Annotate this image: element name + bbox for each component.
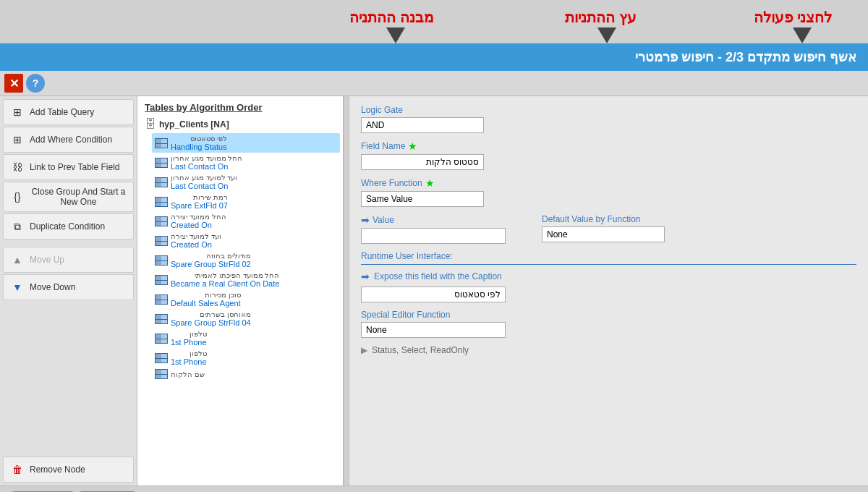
- play-icon: ▶: [361, 345, 367, 355]
- tree-root[interactable]: 🗄 hyp_Clients [NA]: [140, 116, 340, 133]
- tree-row[interactable]: סוכן מכירות Default Sales Agent: [152, 289, 340, 309]
- move-up-icon: ▲: [9, 252, 25, 268]
- tree-item-english-4: Created On: [171, 221, 226, 229]
- tree-item-hebrew-10: טלפון: [171, 330, 207, 338]
- tree-row[interactable]: ועד למועד יצירה Created On: [152, 231, 340, 250]
- tree-item-hebrew-5: ועד למועד יצירה: [171, 232, 221, 240]
- expose-row[interactable]: ➡ Expose this field with the Caption: [361, 271, 856, 282]
- arrow-middle-left-indicator: [597, 27, 616, 43]
- add-table-query-button[interactable]: ⊞ Add Table Query: [3, 99, 134, 125]
- logic-gate-input[interactable]: [361, 117, 484, 133]
- add-where-icon: ⊞: [9, 132, 25, 148]
- field-icon: [155, 138, 168, 148]
- expose-icon: ➡: [361, 271, 370, 282]
- move-down-button[interactable]: ▼ Move Down: [3, 274, 134, 300]
- value-arrow-icon: ➡: [361, 214, 370, 226]
- expose-caption-input[interactable]: [361, 287, 506, 302]
- tree-item-hebrew-1: החל ממועד מגע אחרון: [171, 154, 242, 162]
- tree-item-english-11: 1st Phone: [171, 357, 207, 366]
- remove-node-button[interactable]: 🗑 Remove Node: [3, 457, 134, 483]
- move-up-button[interactable]: ▲ Move Up: [3, 247, 134, 273]
- status-row: ▶ Status, Select, ReadOnly: [361, 345, 856, 355]
- tree-row[interactable]: מודולים בחוזה Spare Group StrFld 02: [152, 250, 340, 270]
- field-icon: [155, 275, 168, 285]
- help-button[interactable]: ?: [26, 74, 45, 93]
- tree-item-english-7: Became a Real Client On Date: [171, 279, 279, 288]
- arrow-left-indicator: [793, 27, 812, 43]
- tree-row[interactable]: רמת שירות Spare ExtFld 07: [152, 192, 340, 211]
- arrow-middle-right-indicator: [386, 27, 405, 43]
- tree-item-english-2: Last Contact On: [171, 182, 237, 190]
- tree-panel: Tables by Algorithm Order 🗄 hyp_Clients …: [137, 96, 344, 485]
- annotation-left: לחצני פעולה: [754, 9, 832, 26]
- add-where-condition-button[interactable]: ⊞ Add Where Condition: [3, 127, 134, 153]
- tree-row[interactable]: מאוחסן בשרתים Spare Group StrFld 04: [152, 309, 340, 328]
- field-icon: [155, 236, 168, 246]
- field-name-star: ★: [408, 140, 417, 152]
- value-row: ➡ Value Default Value by Function: [361, 214, 856, 244]
- field-icon: [155, 294, 168, 305]
- add-table-icon: ⊞: [9, 104, 25, 120]
- duplicate-icon: ⧉: [9, 219, 25, 234]
- tree-item-english-0: Handling Status: [171, 143, 227, 151]
- where-function-label: Where Function ★: [361, 177, 856, 189]
- field-icon: [155, 334, 168, 344]
- annotation-middle-left: עץ ההתניות: [565, 9, 637, 26]
- default-value-label: Default Value by Function: [542, 214, 665, 224]
- link-to-prev-table-button[interactable]: ⛓ Link to Prev Table Field: [3, 154, 134, 180]
- tree-row[interactable]: החל ממועד מגע אחרון Last Contact On: [152, 153, 340, 172]
- close-button[interactable]: ✕: [4, 74, 23, 93]
- tree-row[interactable]: טלפון 1st Phone: [152, 348, 340, 368]
- logic-gate-group: Logic Gate: [361, 105, 856, 133]
- tree-row[interactable]: שם הלקוח: [152, 368, 340, 381]
- tree-header: Tables by Algorithm Order: [140, 99, 340, 116]
- default-value-col: Default Value by Function: [542, 214, 665, 242]
- tree-item-hebrew-11: טלפון: [171, 349, 207, 357]
- field-name-label: Field Name ★: [361, 140, 856, 152]
- tree-item-english-5: Created On: [171, 240, 221, 249]
- control-row: ✕ ?: [0, 71, 868, 96]
- special-editor-group: Special Editor Function: [361, 310, 856, 338]
- tree-row[interactable]: טלפון 1st Phone: [152, 328, 340, 348]
- where-function-star: ★: [425, 177, 435, 189]
- tree-item-english-9: Spare Group StrFld 04: [171, 318, 251, 327]
- field-icon: [155, 314, 168, 324]
- remove-icon: 🗑: [9, 462, 25, 478]
- special-editor-input[interactable]: [361, 322, 506, 338]
- tree-item-english-3: Spare ExtFld 07: [171, 201, 228, 210]
- tree-item-hebrew-9: מאוחסן בשרתים: [171, 310, 251, 318]
- tree-item-hebrew-6: מודולים בחוזה: [171, 252, 251, 260]
- runtime-label: Runtime User Interface:: [361, 251, 856, 265]
- tree-item-hebrew-7: החל ממועד הפיכתו לאמיתי: [171, 271, 279, 279]
- tree-item-english-10: 1st Phone: [171, 338, 207, 347]
- where-function-group: Where Function ★: [361, 177, 856, 207]
- tree-item-hebrew-2: ועד למועד מגע אחרון: [171, 174, 237, 182]
- runtime-section: Runtime User Interface: ➡ Expose this fi…: [361, 251, 856, 338]
- tree-row[interactable]: לפי סטאטוס Handling Status: [152, 133, 340, 153]
- close-group-button[interactable]: {} Close Group And Start a New One: [3, 182, 134, 212]
- field-icon: [155, 197, 168, 207]
- props-panel: Logic Gate Field Name ★ Where Function ★: [349, 96, 868, 485]
- tree-items: לפי סטאטוס Handling Status החל ממועד מגע…: [140, 133, 340, 381]
- tree-row[interactable]: החל ממועד הפיכתו לאמיתי Became a Real Cl…: [152, 270, 340, 289]
- duplicate-condition-button[interactable]: ⧉ Duplicate Condition: [3, 213, 134, 239]
- tree-row[interactable]: החל ממועד יצירה Created On: [152, 211, 340, 231]
- where-function-input[interactable]: [361, 191, 484, 207]
- tree-item-hebrew-4: החל ממועד יצירה: [171, 213, 226, 221]
- tree-item-english-6: Spare Group StrFld 02: [171, 260, 251, 268]
- tree-item-hebrew-0: לפי סטאטוס: [171, 135, 227, 143]
- field-icon: [155, 255, 168, 266]
- divider: [344, 96, 349, 485]
- tree-item-english-1: Last Contact On: [171, 162, 242, 171]
- field-icon: [155, 353, 168, 363]
- value-input[interactable]: [361, 228, 506, 244]
- tree-row[interactable]: ועד למועד מגע אחרון Last Contact On: [152, 172, 340, 192]
- tree-item-hebrew-12: שם הלקוח: [171, 370, 205, 378]
- expose-link[interactable]: Expose this field with the Caption: [374, 271, 502, 281]
- title-bar: אשף חיפוש מתקדם 2/3 - חיפוש פרמטרי: [0, 43, 868, 71]
- default-value-input[interactable]: [542, 226, 665, 242]
- move-down-icon: ▼: [9, 279, 25, 295]
- field-icon: [155, 158, 168, 168]
- field-name-input[interactable]: [361, 154, 484, 170]
- special-editor-label: Special Editor Function: [361, 310, 856, 320]
